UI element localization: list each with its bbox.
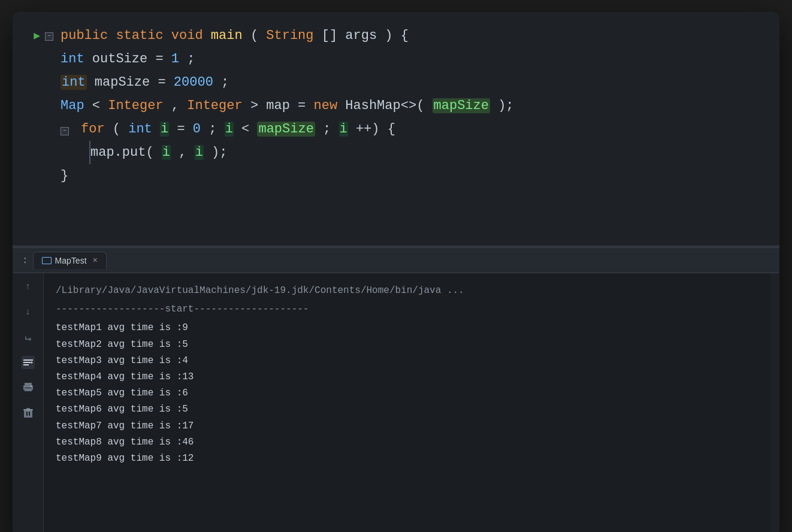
var-i-3: i xyxy=(339,122,348,137)
tab-close-button[interactable]: × xyxy=(93,256,98,265)
angle-open: < xyxy=(92,98,100,113)
terminal-result-7: testMap8 avg time is :46 xyxy=(56,434,759,451)
type-integer-1: Integer xyxy=(108,98,163,113)
paren-close-brace: ) { xyxy=(385,28,409,43)
semi-put: ); xyxy=(211,145,227,160)
scroll-up-icon[interactable]: ↑ xyxy=(22,280,35,294)
terminal-tab-maptest[interactable]: MapTest × xyxy=(33,252,107,269)
keyword-int-for: int xyxy=(128,122,160,137)
semi-2: ; xyxy=(221,75,229,90)
semi-3: ); xyxy=(498,98,513,113)
semi-1: ; xyxy=(187,52,195,66)
method-main: main xyxy=(211,28,243,43)
delete-icon[interactable] xyxy=(22,406,35,419)
print-svg xyxy=(23,382,34,393)
code-content-put: map.put( i , i ); xyxy=(90,143,767,162)
svg-rect-8 xyxy=(24,410,32,418)
tab-label-maptest: MapTest xyxy=(55,256,87,265)
code-line-close-for: } xyxy=(13,164,779,188)
num-20000: 20000 xyxy=(174,75,213,90)
bracket-array: [] xyxy=(322,28,346,43)
scroll-down-icon[interactable]: ↓ xyxy=(22,306,35,319)
print-icon[interactable] xyxy=(22,381,35,394)
tab-file-icon xyxy=(42,257,52,264)
code-line-outsize: int outSize = 1 ; xyxy=(13,47,779,71)
fold-icon-main[interactable]: − xyxy=(45,32,53,41)
angle-close: > xyxy=(250,98,266,113)
keyword-static: static xyxy=(116,28,171,43)
soft-wrap-svg xyxy=(23,357,34,368)
num-0: 0 xyxy=(193,122,201,137)
terminal-path: /Library/Java/JavaVirtualMachines/jdk-19… xyxy=(56,283,759,299)
svg-rect-11 xyxy=(26,412,28,416)
var-i-put-1: i xyxy=(162,145,171,160)
svg-rect-0 xyxy=(23,359,33,361)
svg-rect-7 xyxy=(31,386,32,387)
code-content-close-for: } xyxy=(61,166,767,186)
code-line-for: − for ( int i = 0 ; i < mapSize ; i ++) … xyxy=(13,117,779,141)
mapsize-highlight-2: mapSize xyxy=(257,122,315,137)
var-i-1: i xyxy=(160,122,169,137)
brace-close-for: } xyxy=(61,168,68,183)
svg-rect-2 xyxy=(23,364,29,365)
terminal-result-4: testMap5 avg time is :6 xyxy=(56,385,759,401)
ide-window: ▶ − public static void main ( String [] … xyxy=(13,12,779,532)
class-hashmap: HashMap<>( xyxy=(345,98,424,113)
semi-for-1: ; xyxy=(208,122,224,137)
code-line-map: Map < Integer , Integer > map = new Hash… xyxy=(13,94,779,117)
code-content-map: Map < Integer , Integer > map = new Hash… xyxy=(61,96,767,116)
run-icon[interactable]: ▶ xyxy=(34,28,40,44)
lt: < xyxy=(241,122,257,137)
terminal-result-1: testMap2 avg time is :5 xyxy=(56,337,759,353)
terminal-result-5: testMap6 avg time is :5 xyxy=(56,401,759,418)
terminal-result-3: testMap4 avg time is :13 xyxy=(56,369,759,385)
map-put: map.put( xyxy=(90,145,154,160)
code-content-main: public static void main ( String [] args… xyxy=(61,26,767,46)
svg-rect-10 xyxy=(23,409,33,410)
keyword-int-highlight: int xyxy=(61,75,87,90)
terminal-result-2: testMap3 avg time is :4 xyxy=(56,353,759,369)
tab-prefix: : xyxy=(22,255,28,266)
svg-rect-1 xyxy=(23,362,31,363)
keyword-void: void xyxy=(171,28,211,43)
type-map: Map xyxy=(61,98,84,113)
code-line-put: map.put( i , i ); xyxy=(13,141,779,164)
terminal-result-6: testMap7 avg time is :17 xyxy=(56,418,759,434)
for-paren-open: ( xyxy=(113,122,120,137)
keyword-public: public xyxy=(61,28,116,43)
terminal-result-8: testMap9 avg time is :12 xyxy=(56,451,759,467)
incr: ++) { xyxy=(356,122,395,137)
gutter-main: ▶ − xyxy=(25,28,61,44)
num-1: 1 xyxy=(171,52,179,66)
terminal-scrollbar[interactable] xyxy=(771,273,779,532)
code-editor: ▶ − public static void main ( String [] … xyxy=(13,12,779,246)
var-mapsize: mapSize = xyxy=(95,75,174,90)
svg-rect-6 xyxy=(25,388,32,391)
code-content-mapsize: int mapSize = 20000 ; xyxy=(61,72,767,92)
terminal-tabs: : MapTest × xyxy=(13,248,779,273)
wrap-lines-icon[interactable]: ↵ xyxy=(22,331,35,344)
comma-put: , xyxy=(179,145,194,160)
delete-svg xyxy=(23,407,33,418)
param-args: args xyxy=(345,28,377,43)
equals: = xyxy=(177,122,192,137)
soft-wrap-icon[interactable] xyxy=(22,356,35,369)
var-i-2: i xyxy=(225,122,234,137)
semi-for-2: ; xyxy=(323,122,338,137)
svg-rect-12 xyxy=(29,412,30,416)
type-integer-2: Integer xyxy=(187,98,242,113)
keyword-new: new xyxy=(314,98,346,113)
terminal-output: /Library/Java/JavaVirtualMachines/jdk-19… xyxy=(44,273,771,532)
code-line-mapsize: int mapSize = 20000 ; xyxy=(13,71,779,94)
gutter-for: − xyxy=(61,127,76,135)
paren-open: ( xyxy=(250,28,258,43)
var-i-put-2: i xyxy=(195,145,204,160)
keyword-for: for xyxy=(81,122,113,137)
terminal-sidebar: ↑ ↓ ↵ xyxy=(13,273,44,532)
type-string: String xyxy=(266,28,313,43)
code-line-main: ▶ − public static void main ( String [] … xyxy=(13,24,779,47)
fold-icon-for[interactable]: − xyxy=(61,127,69,135)
var-outsize: outSize = xyxy=(92,52,171,66)
keyword-int-1: int xyxy=(61,52,92,66)
terminal-separator: -------------------start----------------… xyxy=(56,301,759,318)
